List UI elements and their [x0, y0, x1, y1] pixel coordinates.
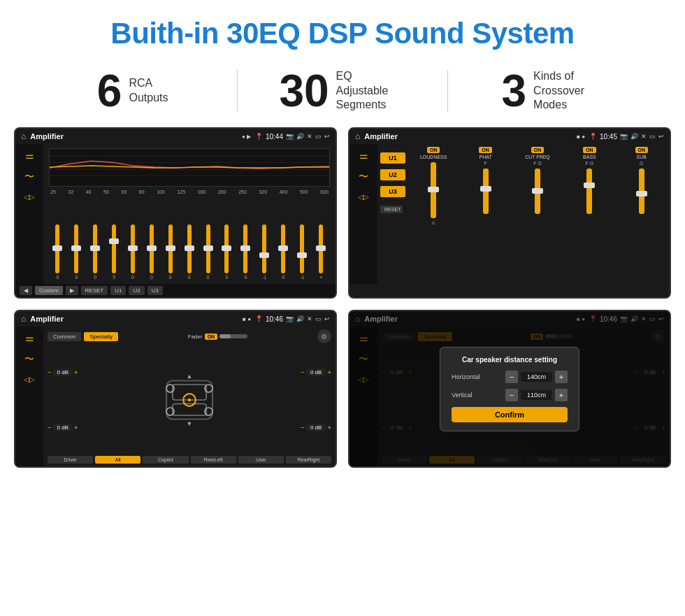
dialog-overlay: Car speaker distance setting Horizontal … — [349, 311, 670, 466]
db-minus-tl[interactable]: − — [48, 368, 52, 376]
rearright-btn[interactable]: RearRight — [286, 456, 331, 464]
all-btn[interactable]: All — [95, 456, 140, 464]
confirm-button[interactable]: Confirm — [452, 407, 568, 422]
db-minus-br[interactable]: − — [301, 424, 305, 431]
u3-button[interactable]: U3 — [147, 286, 163, 295]
eq-bottom-bar: ◀ Custom ▶ RESET U1 U2 U3 — [15, 284, 336, 297]
horizontal-plus[interactable]: + — [555, 371, 568, 383]
driver-btn[interactable]: Driver — [48, 456, 93, 464]
cutfreq-label: CUT FREQ — [525, 155, 550, 159]
tab-common-3[interactable]: Common — [48, 332, 81, 341]
speaker-main: Common Specialty Fader ON ⚙ — [43, 327, 336, 466]
db-control-br: − 0 dB + — [301, 424, 331, 431]
back-icon-1[interactable]: ↩ — [324, 133, 330, 140]
stat-rca-number: 6 — [97, 69, 122, 113]
vertical-minus[interactable]: − — [505, 389, 518, 401]
eq-slider-13[interactable]: -1 — [300, 224, 304, 280]
db-plus-tl[interactable]: + — [74, 368, 78, 376]
eq-slider-7[interactable]: 0 — [187, 224, 192, 280]
horizontal-minus[interactable]: − — [505, 371, 518, 383]
channel-bass: ON BASS F G — [564, 147, 614, 281]
loudness-slider[interactable] — [431, 162, 436, 218]
cutfreq-slider[interactable] — [535, 169, 540, 214]
eq-slider-12[interactable]: 0 — [281, 224, 285, 280]
volume-icon-1: 🔊 — [296, 133, 304, 140]
on-badge-cutfreq[interactable]: ON — [531, 147, 545, 153]
fader-on-btn[interactable]: ON — [205, 334, 218, 340]
on-badge-phat[interactable]: ON — [479, 147, 492, 153]
eq-slider-5[interactable]: 0 — [150, 224, 154, 280]
home-icon-3[interactable]: ⌂ — [21, 314, 26, 324]
eq-slider-10[interactable]: 0 — [243, 224, 247, 280]
wave-icon[interactable]: 〜 — [24, 171, 34, 183]
preset-u1[interactable]: U1 — [380, 152, 405, 164]
db-plus-br[interactable]: + — [327, 424, 331, 431]
db-control-tr: − 0 dB + — [301, 368, 331, 376]
copilot-btn[interactable]: Copilot — [143, 456, 188, 464]
db-minus-bl[interactable]: − — [48, 424, 52, 431]
svg-point-9 — [188, 398, 191, 401]
phat-slider[interactable] — [483, 169, 489, 214]
fader-track[interactable] — [219, 334, 247, 338]
wave-icon-3[interactable]: 〜 — [24, 353, 34, 366]
screen-eq: ⌂ Amplifier ● ▶ 📍 10:44 📷 🔊 ✕ ▭ ↩ ⚌ 〜 ◁▷ — [14, 127, 337, 299]
rect-icon-2: ▭ — [649, 133, 656, 140]
db-plus-bl[interactable]: + — [74, 424, 78, 431]
screen2-content: ⚌ 〜 ◁▷ U1 U2 U3 RESET ON LOUDNESS G — [349, 144, 670, 284]
tab-group-3: Common Specialty — [48, 332, 118, 341]
rearleft-btn[interactable]: RearLeft — [191, 456, 236, 464]
eq-slider-1[interactable]: 0 — [74, 224, 78, 280]
eq-slider-2[interactable]: 0 — [93, 224, 97, 280]
eq-icon-2[interactable]: ⚌ — [359, 150, 368, 161]
home-icon-2[interactable]: ⌂ — [355, 131, 360, 141]
speaker-icon[interactable]: ◁▷ — [24, 193, 35, 201]
screen3-content: ⚌ 〜 ◁▷ Common Specialty Fader ON — [15, 327, 336, 466]
eq-slider-9[interactable]: 0 — [224, 224, 229, 280]
custom-button[interactable]: Custom — [35, 286, 63, 295]
svg-rect-6 — [173, 385, 206, 400]
camera-icon-3: 📷 — [286, 315, 294, 322]
speaker-icon-2[interactable]: ◁▷ — [358, 193, 369, 201]
presets-column: U1 U2 U3 RESET — [377, 144, 405, 284]
stats-bar: 6 RCA Outputs 30 EQ Adjustable Segments … — [0, 62, 685, 127]
on-badge-sub[interactable]: ON — [635, 147, 649, 153]
eq-icon-3[interactable]: ⚌ — [25, 332, 34, 343]
db-plus-tr[interactable]: + — [327, 368, 331, 376]
vertical-plus[interactable]: + — [555, 389, 568, 401]
db-minus-tr[interactable]: − — [301, 368, 305, 376]
preset-u2[interactable]: U2 — [380, 169, 405, 180]
right-controls: − 0 dB + − 0 dB + — [301, 345, 331, 454]
time-2: 10:45 — [600, 133, 617, 141]
sub-slider[interactable] — [639, 169, 644, 214]
bass-slider[interactable] — [586, 169, 592, 214]
user-btn[interactable]: User — [238, 456, 284, 464]
stat-eq: 30 EQ Adjustable Segments — [252, 69, 433, 113]
on-badge-bass[interactable]: ON — [583, 147, 596, 153]
eq-slider-8[interactable]: 0 — [206, 224, 210, 280]
eq-slider-11[interactable]: -1 — [262, 224, 266, 280]
speaker-icon-3[interactable]: ◁▷ — [24, 375, 35, 383]
eq-slider-0[interactable]: 0 — [55, 224, 59, 280]
eq-slider-3[interactable]: 5 — [112, 224, 116, 280]
sidebar-3: ⚌ 〜 ◁▷ — [15, 327, 43, 466]
location-icon-3: 📍 — [255, 315, 263, 322]
eq-icon[interactable]: ⚌ — [25, 150, 34, 161]
eq-slider-6[interactable]: 0 — [168, 224, 173, 280]
reset-button-2[interactable]: RESET — [380, 206, 403, 213]
on-badge-loudness[interactable]: ON — [427, 147, 440, 153]
u1-button[interactable]: U1 — [110, 286, 126, 295]
prev-button[interactable]: ◀ — [20, 286, 32, 295]
eq-slider-14[interactable]: » — [319, 224, 323, 280]
home-icon-1[interactable]: ⌂ — [21, 131, 26, 141]
u2-button[interactable]: U2 — [129, 286, 144, 295]
reset-button-1[interactable]: RESET — [81, 286, 108, 295]
tab-specialty-3[interactable]: Specialty — [84, 332, 117, 341]
wave-icon-2[interactable]: 〜 — [359, 171, 368, 183]
stat-crossover: 3 Kinds of Crossover Modes — [462, 69, 643, 113]
back-icon-2[interactable]: ↩ — [658, 133, 664, 140]
preset-u3[interactable]: U3 — [380, 186, 405, 197]
back-icon-3[interactable]: ↩ — [324, 315, 330, 322]
play-button[interactable]: ▶ — [66, 286, 78, 295]
settings-icon-3[interactable]: ⚙ — [317, 329, 331, 343]
eq-slider-4[interactable]: 0 — [131, 224, 135, 280]
